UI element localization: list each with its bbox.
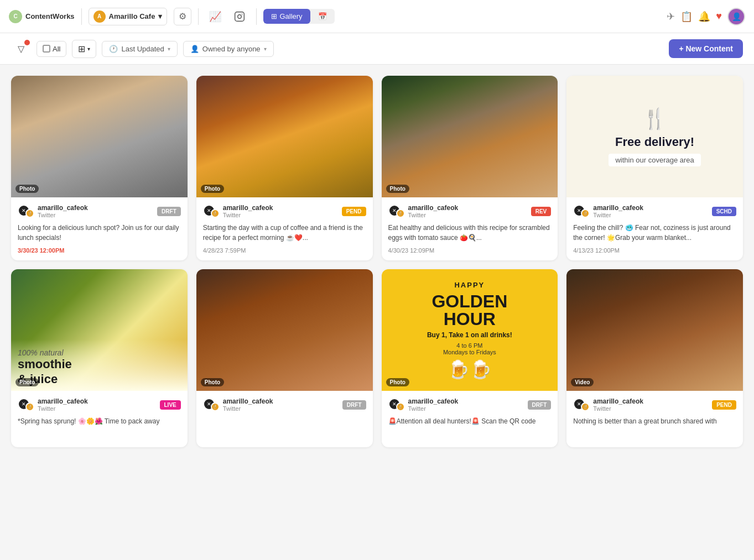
card-avatar-group: ✕ 🍴 <box>18 205 34 218</box>
card-body: ✕ 🍴 amarillo_cafeok Twitter PEND Startin… <box>196 197 373 260</box>
account-selector[interactable]: A Amarillo Cafe ▾ <box>89 8 168 25</box>
card-account-info: amarillo_cafeok Twitter <box>408 397 459 412</box>
sort-dropdown-arrow: ▾ <box>168 46 170 52</box>
card-image: Photo <box>196 76 373 197</box>
card-account-info: amarillo_cafeok Twitter <box>223 204 273 218</box>
new-content-button[interactable]: + New Content <box>669 39 743 58</box>
filter-button[interactable]: ▽ <box>11 39 31 59</box>
heart-icon[interactable]: ♥ <box>716 11 722 22</box>
content-card[interactable]: 🍴 Free delivery! within our coverage are… <box>566 76 743 260</box>
card-account: ✕ 🍴 amarillo_cafeok Twitter <box>388 397 459 412</box>
analytics-icon[interactable]: 📈 <box>205 7 225 27</box>
status-badge: PEND <box>712 400 736 410</box>
send-icon[interactable]: ✈ <box>667 11 675 23</box>
card-body: ✕ 🍴 amarillo_cafeok Twitter LIVE *Spring… <box>11 391 188 447</box>
card-text: *Spring has sprung! 🌸🌼🌺 Time to pack awa… <box>18 416 181 436</box>
card-image: Photo <box>11 76 188 197</box>
owner-label: Owned by anyone <box>202 45 261 53</box>
card-avatar-group: ✕ 🍴 <box>203 398 220 411</box>
card-avatar-group: ✕ 🍴 <box>388 205 405 218</box>
card-header: ✕ 🍴 amarillo_cafeok Twitter DRFT <box>388 397 552 412</box>
settings-button[interactable]: ⚙ <box>174 8 191 25</box>
filter-icon: ▽ <box>18 44 24 54</box>
card-header: ✕ 🍴 amarillo_cafeok Twitter SCHD <box>573 204 736 218</box>
card-image: Photo <box>196 269 373 391</box>
owner-dropdown-arrow: ▾ <box>264 46 267 52</box>
card-account: ✕ 🍴 amarillo_cafeok Twitter <box>388 204 459 218</box>
content-card[interactable]: Photo ✕ 🍴 amarillo_cafeok Twitter DRFT L… <box>11 76 188 260</box>
status-badge: DRFT <box>157 207 181 216</box>
card-account: ✕ 🍴 amarillo_cafeok Twitter <box>573 397 643 412</box>
card-header: ✕ 🍴 amarillo_cafeok Twitter LIVE <box>18 397 181 412</box>
media-type-badge: Photo <box>201 185 224 193</box>
media-type-badge: Photo <box>201 378 224 386</box>
card-avatar-group: ✕ 🍴 <box>203 205 220 218</box>
card-body: ✕ 🍴 amarillo_cafeok Twitter DRFT 🚨Attent… <box>382 391 558 447</box>
golden-sub: Buy 1, Take 1 on all drinks! <box>427 331 512 339</box>
sort-dropdown[interactable]: 🕐 Last Updated ▾ <box>102 41 177 57</box>
content-card[interactable]: Photo ✕ 🍴 amarillo_cafeok Twitter PEND S… <box>196 76 373 260</box>
user-avatar[interactable]: 👤 <box>727 8 745 25</box>
card-avatar-sub: 🍴 <box>581 209 590 218</box>
media-type-badge: Video <box>571 378 594 386</box>
card-text: Nothing is better than a great brunch sh… <box>573 416 736 436</box>
card-account: ✕ 🍴 amarillo_cafeok Twitter <box>18 204 88 218</box>
card-username: amarillo_cafeok <box>593 397 643 405</box>
nav-divider-3 <box>256 8 257 25</box>
media-type-badge: Photo <box>386 185 409 193</box>
bell-icon[interactable]: 🔔 <box>698 11 710 23</box>
content-card[interactable]: Photo ✕ 🍴 amarillo_cafeok Twitter REV Ea… <box>382 76 558 260</box>
card-account-info: amarillo_cafeok Twitter <box>38 397 88 412</box>
card-avatar-group: ✕ 🍴 <box>18 398 34 411</box>
view-toggle: ⊞ Gallery 📅 <box>263 9 334 24</box>
card-avatar-group: ✕ 🍴 <box>573 205 590 218</box>
grid-selector[interactable]: ⊞ ▾ <box>72 40 96 58</box>
card-platform: Twitter <box>38 212 88 218</box>
card-account: ✕ 🍴 amarillo_cafeok Twitter <box>573 204 643 218</box>
card-text <box>203 416 366 436</box>
card-avatar-sub: 🍴 <box>581 402 590 411</box>
account-avatar: A <box>93 11 106 23</box>
golden-detail: 4 to 6 PMMondays to Fridays <box>443 342 496 355</box>
card-body: ✕ 🍴 amarillo_cafeok Twitter PEND Nothing… <box>566 391 743 447</box>
right-nav-icons: ✈ 📋 🔔 ♥ 👤 <box>667 8 745 25</box>
card-avatar-sub: 🍴 <box>396 402 405 411</box>
card-account-info: amarillo_cafeok Twitter <box>38 204 88 218</box>
person-icon: 🕐 <box>109 45 118 53</box>
card-avatar-sub: 🍴 <box>25 402 34 411</box>
content-card[interactable]: HAPPY GOLDENHOUR Buy 1, Take 1 on all dr… <box>382 269 558 447</box>
account-dropdown-icon: ▾ <box>158 12 162 20</box>
gallery-view-button[interactable]: ⊞ Gallery <box>263 9 310 24</box>
calendar-view-button[interactable]: 📅 <box>310 9 335 24</box>
top-navigation: C ContentWorks A Amarillo Cafe ▾ ⚙ 📈 ⊞ G… <box>0 0 754 33</box>
toolbar: ▽ All ⊞ ▾ 🕐 Last Updated ▾ 👤 Owned by an… <box>0 33 754 65</box>
sort-label: Last Updated <box>121 45 164 53</box>
instagram-icon[interactable] <box>230 7 249 27</box>
card-body: ✕ 🍴 amarillo_cafeok Twitter REV Eat heal… <box>382 197 558 260</box>
card-platform: Twitter <box>408 405 459 412</box>
card-header: ✕ 🍴 amarillo_cafeok Twitter PEND <box>573 397 736 412</box>
svg-rect-0 <box>235 12 245 21</box>
card-image: Photo <box>382 76 558 197</box>
owner-dropdown[interactable]: 👤 Owned by anyone ▾ <box>183 41 274 57</box>
status-badge: DRFT <box>342 400 366 410</box>
all-filter-button[interactable]: All <box>37 41 66 57</box>
card-body: ✕ 🍴 amarillo_cafeok Twitter SCHD Feeling… <box>566 197 743 260</box>
card-platform: Twitter <box>593 212 643 218</box>
clipboard-icon[interactable]: 📋 <box>680 11 693 23</box>
nav-divider-2 <box>198 8 199 25</box>
media-type-badge: Photo <box>15 378 39 386</box>
card-platform: Twitter <box>223 212 273 218</box>
card-date: 4/28/23 7:59PM <box>203 247 366 254</box>
content-card[interactable]: 100% natural smoothie& juice Photo ✕ 🍴 a… <box>11 269 188 447</box>
card-header: ✕ 🍴 amarillo_cafeok Twitter PEND <box>203 204 366 218</box>
smoothie-title: smoothie& juice <box>18 357 181 386</box>
card-platform: Twitter <box>408 212 459 218</box>
status-badge: SCHD <box>712 207 736 216</box>
card-text: Feeling the chill? 🥶 Fear not, coziness … <box>573 223 736 243</box>
content-card[interactable]: Video ✕ 🍴 amarillo_cafeok Twitter PEND N… <box>566 269 743 447</box>
account-name: Amarillo Cafe <box>109 12 155 20</box>
content-card[interactable]: Photo ✕ 🍴 amarillo_cafeok Twitter DRFT <box>196 269 373 447</box>
card-text: 🚨Attention all deal hunters!🚨 Scan the Q… <box>388 416 552 436</box>
card-image: Video <box>566 269 743 391</box>
